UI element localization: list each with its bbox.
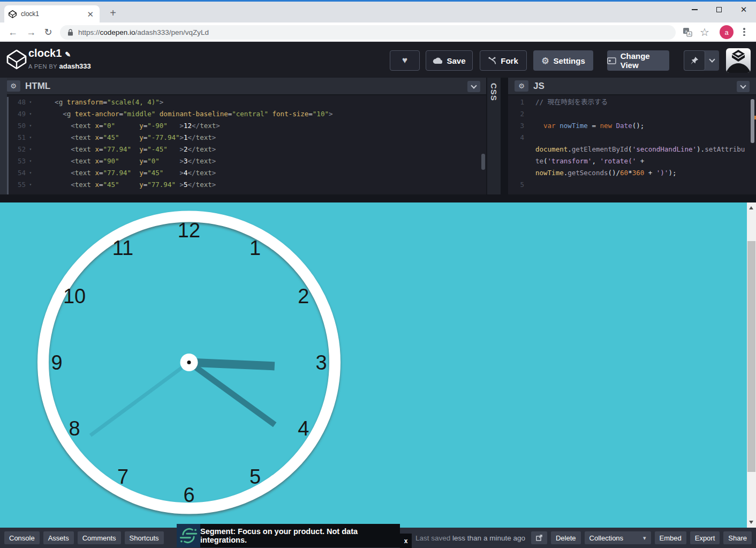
screen: clock1 ✕ + ✕ ← → ↻ https://codepen.io/ad… (0, 0, 756, 548)
minimize-icon (692, 9, 698, 10)
open-live-view-button[interactable] (531, 531, 547, 544)
html-panel-header: ⚙ HTML (0, 78, 486, 95)
chevron-down-icon (740, 82, 746, 88)
editor-preview-divider[interactable] (0, 194, 756, 202)
html-scrollbar-thumb[interactable] (481, 154, 485, 170)
html-panel-title: HTML (25, 81, 50, 92)
clock-svg: 121234567891011 (0, 202, 756, 528)
window-close-button[interactable]: ✕ (731, 2, 756, 18)
preview-scrollbar[interactable] (747, 202, 756, 528)
js-panel: ⚙ JS 1// 現在時刻を表示する23 var nowTime = new D… (508, 78, 756, 194)
browser-menu-icon[interactable] (743, 27, 745, 37)
translate-icon[interactable]: a A (681, 26, 694, 39)
js-panel-title: JS (533, 81, 545, 92)
new-tab-button[interactable]: + (106, 6, 120, 20)
cloud-icon (433, 57, 442, 64)
editor-left-gutter[interactable] (0, 78, 7, 194)
comments-button[interactable]: Comments (78, 531, 121, 544)
codepen-logo-icon (6, 49, 27, 70)
window-controls: ✕ (682, 2, 756, 18)
save-button[interactable]: Save (426, 50, 473, 71)
js-collapse-button[interactable] (737, 81, 750, 92)
forward-icon[interactable]: → (25, 26, 37, 39)
codepen-header: clock1✎ A PEN BY adash333 ♥ Save Fork ⚙ … (0, 42, 756, 78)
shortcuts-button[interactable]: Shortcuts (125, 531, 164, 544)
ad-banner[interactable]: Segment: Focus on your product. Not data… (200, 524, 400, 547)
segment-logo-icon (179, 526, 198, 545)
collections-button[interactable]: Collections ▾ (585, 531, 651, 544)
ad-close-button[interactable]: x (400, 534, 412, 548)
panel-resize-divider[interactable] (501, 78, 508, 194)
second-hand (90, 363, 189, 436)
minute-hand (189, 363, 275, 425)
reload-icon[interactable]: ↻ (42, 26, 55, 39)
pen-title: clock1✎ (28, 47, 71, 59)
svg-text:12: 12 (178, 219, 200, 242)
change-view-button[interactable]: Change View (607, 50, 669, 71)
embed-button[interactable]: Embed (655, 531, 686, 544)
js-scrollbar-thumb[interactable] (751, 99, 754, 143)
pin-button[interactable] (684, 50, 705, 71)
window-minimize-button[interactable] (682, 2, 707, 18)
bottom-right-controls: Last saved less than a minute ago Delete… (415, 531, 752, 544)
external-link-icon (536, 535, 542, 541)
user-avatar[interactable] (726, 48, 751, 73)
pin-dropdown-button[interactable] (705, 50, 719, 71)
svg-text:A: A (688, 32, 691, 36)
heart-icon: ♥ (402, 55, 407, 66)
js-code-editor[interactable]: 1// 現在時刻を表示する23 var nowTime = new Date()… (508, 96, 756, 194)
svg-text:3: 3 (315, 351, 327, 374)
editor-region: ⚙ HTML 48▾ <g transform="scale(4, 4)">49… (0, 78, 756, 194)
css-panel-collapsed[interactable]: CSS (486, 78, 501, 194)
caret-down-icon: ▾ (643, 535, 646, 542)
window-maximize-button[interactable] (707, 2, 731, 18)
preview-scrollbar-thumb[interactable] (747, 241, 755, 472)
author-link[interactable]: adash333 (59, 62, 91, 70)
js-settings-gear-icon[interactable]: ⚙ (515, 80, 528, 92)
html-settings-gear-icon[interactable]: ⚙ (6, 80, 20, 92)
bottom-bar: Console Assets Comments Shortcuts Segmen… (0, 528, 756, 548)
share-button[interactable]: Share (723, 531, 752, 544)
scroll-down-icon[interactable] (749, 521, 753, 524)
fork-icon (488, 57, 496, 65)
view-icon (607, 57, 616, 64)
tab-title: clock1 (21, 10, 85, 18)
ad-logo[interactable] (177, 524, 200, 547)
browser-nav-bar: ← → ↻ https://codepen.io/adash333/pen/vq… (0, 22, 756, 42)
delete-button[interactable]: Delete (551, 531, 581, 544)
svg-text:4: 4 (298, 417, 309, 440)
url-text: https://codepen.io/adash333/pen/vqZyLd (78, 28, 209, 36)
settings-button[interactable]: ⚙ Settings (533, 50, 593, 71)
browser-profile-avatar[interactable]: a (720, 25, 734, 39)
tab-close-icon[interactable]: ✕ (85, 10, 95, 18)
svg-text:11: 11 (112, 237, 133, 259)
svg-text:8: 8 (69, 417, 80, 440)
browser-tab[interactable]: clock1 ✕ (4, 5, 100, 22)
back-icon[interactable]: ← (6, 26, 19, 39)
console-button[interactable]: Console (4, 531, 40, 544)
preview-pane: 121234567891011 (0, 202, 756, 528)
html-code-editor[interactable]: 48▾ <g transform="scale(4, 4)">49▾ <g te… (0, 96, 486, 194)
bookmark-star-icon[interactable]: ☆ (698, 26, 711, 39)
pin-button-group (684, 50, 719, 71)
chevron-down-icon (709, 56, 715, 62)
svg-text:1: 1 (250, 237, 261, 259)
address-bar[interactable]: https://codepen.io/adash333/pen/vqZyLd (60, 25, 676, 40)
svg-text:10: 10 (63, 285, 86, 307)
chevron-down-icon (471, 82, 477, 88)
assets-button[interactable]: Assets (43, 531, 74, 544)
html-collapse-button[interactable] (467, 81, 480, 92)
close-icon: ✕ (740, 5, 747, 14)
fork-button[interactable]: Fork (480, 50, 527, 71)
pen-byline: A PEN BY adash333 (28, 62, 91, 70)
export-button[interactable]: Export (690, 531, 720, 544)
edit-pencil-icon[interactable]: ✎ (65, 50, 71, 58)
codepen-favicon-icon (9, 10, 17, 18)
maximize-icon (716, 7, 722, 12)
svg-text:5: 5 (250, 466, 261, 488)
js-panel-header: ⚙ JS (508, 78, 756, 95)
like-button[interactable]: ♥ (390, 50, 420, 71)
scroll-up-icon[interactable] (749, 206, 753, 209)
svg-text:9: 9 (51, 351, 62, 374)
bottom-left-buttons: Console Assets Comments Shortcuts (4, 531, 164, 544)
